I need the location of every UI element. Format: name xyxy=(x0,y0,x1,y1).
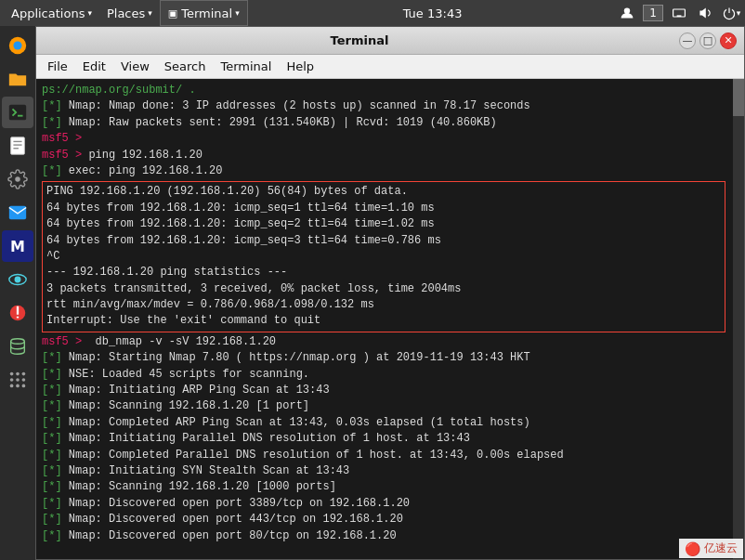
terminal-line: [*] Nmap: Discovered open port 443/tcp o… xyxy=(42,512,725,527)
minimize-button[interactable]: — xyxy=(679,33,696,49)
applications-label: Applications xyxy=(11,7,85,20)
terminal-line: --- 192.168.1.20 ping statistics --- xyxy=(46,265,721,280)
terminal-line: 3 packets transmitted, 3 received, 0% pa… xyxy=(46,281,721,297)
sidebar-icon-mail[interactable] xyxy=(2,197,33,228)
svg-point-11 xyxy=(13,41,21,49)
terminal-line: [*] exec: ping 192.168.1.20 xyxy=(42,163,725,179)
terminal-line: [*] Nmap: Scanning 192.168.1.20 [1 port] xyxy=(42,398,725,414)
window-titlebar: Terminal — □ ✕ xyxy=(36,27,744,55)
svg-point-0 xyxy=(624,7,630,13)
svg-rect-12 xyxy=(9,105,26,121)
sidebar-icon-monitor[interactable] xyxy=(2,264,33,295)
terminal-line: ps://nmap.org/submit/ . xyxy=(42,83,725,98)
svg-point-23 xyxy=(10,372,14,376)
datetime-label: Tue 13:43 xyxy=(403,7,463,20)
workspace-badge[interactable]: 1 xyxy=(643,5,663,21)
terminal-line: [*] Nmap: Nmap done: 3 IP addresses (2 h… xyxy=(42,98,725,114)
svg-rect-18 xyxy=(9,206,26,220)
sidebar-icon-settings[interactable] xyxy=(2,163,33,195)
terminal-icon-taskbar: ▣ xyxy=(168,7,177,20)
svg-point-25 xyxy=(22,372,26,376)
sidebar: M xyxy=(0,26,35,560)
volume-icon[interactable] xyxy=(695,3,715,23)
terminal-line: PING 192.168.1.20 (192.168.1.20) 56(84) … xyxy=(46,184,721,200)
svg-point-20 xyxy=(15,277,20,282)
terminal-window: Terminal — □ ✕ File Edit View Search Ter… xyxy=(35,26,745,560)
places-arrow: ▾ xyxy=(148,8,152,18)
workspace-number: 1 xyxy=(649,7,657,20)
terminal-line: msf5 > xyxy=(42,131,725,147)
terminal-line: msf5 > ping 192.168.1.20 xyxy=(42,148,725,163)
window-title: Terminal xyxy=(44,33,675,47)
terminal-line: 64 bytes from 192.168.1.20: icmp_seq=3 t… xyxy=(46,233,721,249)
svg-point-31 xyxy=(22,384,26,388)
sidebar-icon-firefox[interactable] xyxy=(2,30,33,61)
terminal-line: [*] Nmap: Initiating SYN Stealth Scan at… xyxy=(42,463,725,479)
applications-menu[interactable]: Applications ▾ xyxy=(4,0,99,26)
terminal-output[interactable]: ps://nmap.org/submit/ .[*] Nmap: Nmap do… xyxy=(36,79,744,559)
terminal-label: Terminal xyxy=(181,7,232,20)
applications-arrow: ▾ xyxy=(87,8,92,18)
svg-point-27 xyxy=(16,378,20,382)
svg-point-22 xyxy=(11,339,25,345)
terminal-line: Interrupt: Use the 'exit' command to qui… xyxy=(46,313,721,329)
menu-search[interactable]: Search xyxy=(157,58,214,75)
terminal-line: [*] Nmap: Scanning 192.168.1.20 [1000 po… xyxy=(42,479,725,495)
svg-rect-14 xyxy=(11,137,25,154)
terminal-line: [*] Nmap: Initiating ARP Ping Scan at 13… xyxy=(42,383,725,398)
terminal-line: ^C xyxy=(46,249,721,265)
scrollbar-thumb[interactable] xyxy=(733,79,744,116)
user-icon[interactable] xyxy=(617,3,637,23)
terminal-arrow: ▾ xyxy=(235,8,240,18)
svg-point-28 xyxy=(22,378,26,382)
terminal-line: rtt min/avg/max/mdev = 0.786/0.968/1.098… xyxy=(46,297,721,313)
terminal-lines: ps://nmap.org/submit/ .[*] Nmap: Nmap do… xyxy=(42,83,738,544)
sidebar-icon-metasploit[interactable]: M xyxy=(2,230,33,262)
terminal-line: [*] Nmap: Completed ARP Ping Scan at 13:… xyxy=(42,415,725,431)
terminal-line: 64 bytes from 192.168.1.20: icmp_seq=1 t… xyxy=(46,201,721,216)
sidebar-icon-security[interactable] xyxy=(2,297,33,329)
places-menu[interactable]: Places ▾ xyxy=(99,0,160,26)
terminal-line: msf5 > db_nmap -v -sV 192.168.1.20 xyxy=(42,334,725,350)
terminal-line: 64 bytes from 192.168.1.20: icmp_seq=2 t… xyxy=(46,216,721,232)
menu-edit[interactable]: Edit xyxy=(75,58,113,75)
menu-help[interactable]: Help xyxy=(279,58,321,75)
power-icon[interactable]: ▾ xyxy=(721,3,741,23)
taskbar-clock: Tue 13:43 xyxy=(248,7,618,20)
terminal-line: [*] NSE: Loaded 45 scripts for scanning. xyxy=(42,367,725,383)
terminal-line: [*] Nmap: Raw packets sent: 2991 (131.54… xyxy=(42,115,725,131)
taskbar: Applications ▾ Places ▾ ▣ Terminal ▾ Tue… xyxy=(0,0,745,26)
sidebar-icon-terminal[interactable] xyxy=(2,97,33,128)
places-label: Places xyxy=(107,7,145,20)
watermark: 🔴 亿速云 xyxy=(679,539,743,558)
watermark-icon: 🔴 xyxy=(685,541,700,556)
scrollbar[interactable] xyxy=(733,79,744,559)
sidebar-icon-grid[interactable] xyxy=(2,364,33,396)
terminal-line: [*] Nmap: Discovered open port 80/tcp on… xyxy=(42,528,725,544)
menu-view[interactable]: View xyxy=(113,58,157,75)
svg-point-24 xyxy=(16,372,20,376)
terminal-line: [*] Nmap: Completed Parallel DNS resolut… xyxy=(42,448,725,463)
close-button[interactable]: ✕ xyxy=(720,33,737,49)
maximize-button[interactable]: □ xyxy=(699,33,716,49)
terminal-line: [*] Nmap: Initiating Parallel DNS resolu… xyxy=(42,431,725,447)
svg-point-29 xyxy=(10,384,14,388)
svg-point-26 xyxy=(10,378,14,382)
menu-file[interactable]: File xyxy=(40,58,75,75)
sidebar-icon-database[interactable] xyxy=(2,331,33,362)
sidebar-icon-text-editor[interactable] xyxy=(2,130,33,162)
terminal-menu[interactable]: ▣ Terminal ▾ xyxy=(160,0,248,26)
menu-bar: File Edit View Search Terminal Help xyxy=(36,55,744,79)
taskbar-right: 1 ▾ xyxy=(617,3,741,23)
ping-output-box: PING 192.168.1.20 (192.168.1.20) 56(84) … xyxy=(42,181,725,332)
menu-terminal[interactable]: Terminal xyxy=(213,58,279,75)
watermark-text: 亿速云 xyxy=(704,540,738,556)
keyboard-icon[interactable] xyxy=(669,3,689,23)
terminal-line: [*] Nmap: Starting Nmap 7.80 ( https://n… xyxy=(42,350,725,366)
svg-point-30 xyxy=(16,384,20,388)
terminal-line: [*] Nmap: Discovered open port 3389/tcp … xyxy=(42,496,725,512)
sidebar-icon-folder[interactable] xyxy=(2,63,33,95)
